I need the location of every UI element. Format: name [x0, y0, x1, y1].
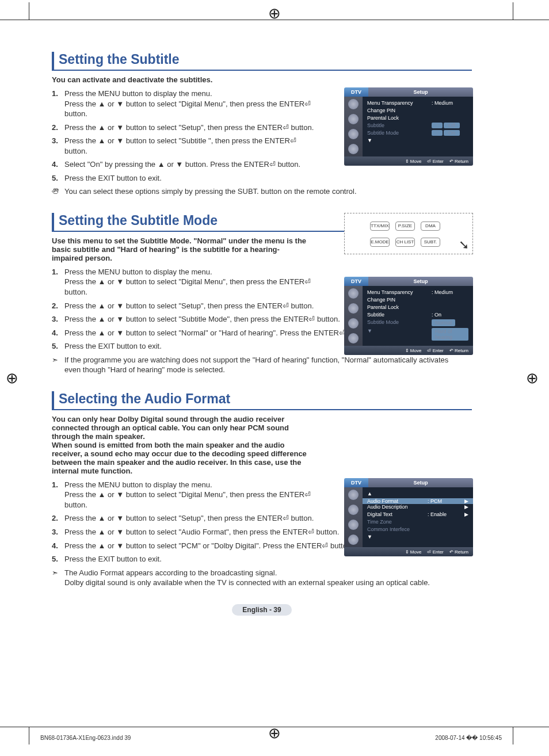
osd-scroll-down-icon: ▼ [367, 534, 468, 540]
step-num: 5. [52, 173, 64, 184]
registration-mark-icon: ⊕ [526, 369, 539, 387]
note-text: If the programme you are watching does n… [64, 355, 466, 375]
osd-tab: DTV [344, 478, 368, 487]
osd-hint-enter: ⏎ Enter [427, 549, 443, 555]
step-num: 4. [52, 541, 64, 551]
intro-text: Use this menu to set the Subtitle Mode. … [52, 236, 311, 262]
crop-tick [29, 2, 29, 20]
step-num: 5. [52, 554, 64, 564]
step-num: 4. [52, 328, 64, 338]
crop-tick [513, 2, 513, 20]
osd-side [344, 97, 363, 156]
osd-setup-audio: DTV Setup ▲ Audio Format: PCM▶ Audio Des… [344, 478, 473, 556]
chevron-right-icon: ▶ [464, 511, 468, 517]
osd-hint-move: ⇕ Move [405, 348, 422, 353]
chevron-right-icon: ▶ [464, 498, 468, 504]
arrow-note-icon: ➣ [52, 568, 64, 588]
osd-row-val: : Off [432, 123, 468, 128]
intro-text: You can activate and deactivate the subt… [52, 75, 311, 84]
osd-hint-enter: ⏎ Enter [427, 159, 443, 164]
osd-hint-enter: ⏎ Enter [427, 348, 443, 353]
step-num: 1. [52, 89, 64, 119]
step-text: Press the ▲ or ▼ button to select "Audio… [64, 527, 339, 537]
osd-row-label: Subtitle Mode [367, 130, 432, 136]
step-text: Press the EXIT button to exit. [64, 341, 162, 352]
remote-btn-emode: E.MODE [370, 238, 390, 247]
osd-row-label: Change PIN [367, 108, 468, 113]
osd-row-val: : Medium [432, 289, 468, 295]
osd-footer: ⇕ Move ⏎ Enter ↶ Return [344, 156, 473, 166]
note: ➣ If the programme you are watching does… [52, 355, 466, 375]
osd-side-icon [348, 303, 359, 314]
note: 🖑 You can select these options simply by… [52, 186, 466, 197]
step-text: Press the EXIT button to exit. [64, 554, 162, 564]
step-text: Press the ▲ or ▼ button to select "Setup… [64, 123, 314, 133]
step-num: 2. [52, 301, 64, 311]
osd-side-icon [348, 288, 359, 299]
osd-side [344, 286, 363, 346]
step-num: 3. [52, 314, 64, 324]
osd-footer: ⇕ Move ⏎ Enter ↶ Return [344, 547, 473, 556]
chevron-right-icon: ▶ [464, 504, 468, 510]
osd-side-icon [348, 144, 359, 154]
remote-btn-ttxmix: TTX/MIX [370, 222, 390, 231]
osd-row-label: Menu Transparency [367, 100, 432, 106]
osd-hint-move: ⇕ Move [405, 159, 422, 164]
osd-main: Menu Transparency: Medium Change PIN Par… [363, 286, 473, 346]
osd-side-icon [348, 490, 359, 500]
osd-scroll-up-icon: ▲ [367, 491, 468, 497]
pointer-arrow-icon: ➘ [459, 238, 469, 253]
remote-btn-subt: SUBT. [421, 238, 440, 247]
osd-row-label: Parental Lock [367, 115, 468, 121]
osd-hint-return: ↶ Return [449, 348, 468, 353]
step-text: Press the MENU button to display the men… [64, 480, 317, 510]
remote-btn-dma: DMA [421, 222, 440, 231]
osd-row-label: Audio Format [367, 498, 428, 504]
step-text: Select "On" by pressing the ▲ or ▼ butto… [64, 159, 300, 170]
osd-row-val: Hard of hearing [432, 328, 468, 341]
osd-hint-return: ↶ Return [449, 549, 468, 555]
osd-tab: DTV [344, 277, 368, 286]
step-text: Press the ▲ or ▼ button to select "Norma… [64, 328, 370, 338]
step-num: 2. [52, 513, 64, 524]
remote-btn-chlist: CH LIST [395, 238, 415, 247]
step-text: Press the ▲ or ▼ button to select "Subti… [64, 136, 317, 156]
indd-timestamp: 2008-07-14 �� 10:56:45 [435, 735, 502, 741]
arrow-note-icon: ➣ [52, 355, 64, 375]
osd-row-val: : PCM [428, 498, 464, 504]
intro-text: You can only hear Dolby Digital sound th… [52, 415, 311, 475]
step-text: Press the MENU button to display the men… [64, 89, 317, 119]
osd-row-val: : Medium [432, 100, 468, 106]
osd-side-icon [348, 333, 359, 343]
osd-row-val: : On [432, 312, 468, 318]
note-text: You can select these options simply by p… [64, 186, 357, 197]
osd-hint-move: ⇕ Move [405, 549, 422, 555]
osd-row-label: Audio Description [367, 504, 464, 510]
osd-side [344, 487, 363, 547]
osd-row-label: Parental Lock [367, 304, 468, 310]
osd-hint-return: ↶ Return [449, 159, 468, 164]
osd-row-label: Digital Text [367, 511, 428, 517]
remote-btn-psize: P.SIZE [395, 222, 415, 231]
osd-footer: ⇕ Move ⏎ Enter ↶ Return [344, 346, 473, 355]
hand-icon: 🖑 [52, 186, 64, 197]
step-num: 3. [52, 136, 64, 156]
osd-row-val: Normal [432, 319, 468, 326]
osd-row-val: : Enable [428, 511, 464, 517]
step-text: Press the ▲ or ▼ button to select "Setup… [64, 301, 314, 311]
osd-side-icon [348, 129, 359, 139]
page-footer: English - 39 [52, 604, 472, 614]
heading: Setting the Subtitle [52, 52, 472, 71]
osd-row-label: Change PIN [367, 297, 468, 303]
step-text: Press the ▲ or ▼ button to select "PCM" … [64, 541, 353, 551]
indd-filename: BN68-01736A-X1Eng-0623.indd 39 [40, 735, 131, 741]
osd-row-label: Subtitle [367, 123, 432, 128]
page-number-pill: English - 39 [232, 604, 291, 616]
osd-side-icon [348, 99, 359, 109]
osd-row-label: Subtitle Mode [367, 319, 432, 326]
osd-setup-subtitle-mode: DTV Setup Menu Transparency: Medium Chan… [344, 277, 473, 355]
step-num: 4. [52, 159, 64, 170]
osd-tab: DTV [344, 87, 368, 97]
osd-row-label: Time Zone [367, 519, 468, 525]
osd-scroll-down-icon: ▼ [367, 328, 432, 341]
